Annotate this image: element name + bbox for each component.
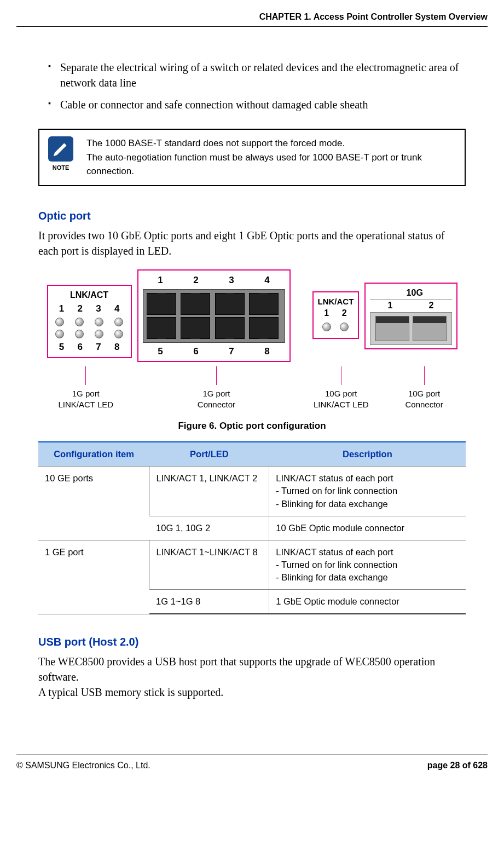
bullet-list: Separate the electrical wiring of a swit… <box>38 60 466 112</box>
callout-text: 1G port <box>134 388 300 399</box>
table-cell: LINK/ACT 1~LINK/ACT 8 <box>149 540 269 589</box>
port-num: 1 <box>388 300 393 312</box>
callout-text: Connector <box>383 399 466 410</box>
port-num: 8 <box>114 341 119 354</box>
callout-line-icon <box>424 366 425 385</box>
note-box: NOTE The 1000 BASE-T standard does not s… <box>38 129 466 186</box>
rj45-port-icon <box>147 293 176 315</box>
port-num: 2 <box>342 307 347 319</box>
rj45-port-icon <box>249 293 279 315</box>
body-paragraph: The WEC8500 provides a USB host port tha… <box>38 654 466 700</box>
table-cell: LINK/ACT status of each port - Turned on… <box>269 467 466 516</box>
desc-line: - Blinking for data exchange <box>276 498 459 510</box>
note-pencil-icon <box>48 136 73 162</box>
note-line: The auto-negotiation function must be al… <box>86 151 456 179</box>
copyright: © SAMSUNG Electronics Co., Ltd. <box>16 760 150 772</box>
led8-title: LNK/ACT <box>53 289 126 301</box>
figure-callouts: 1G port LINK/ACT LED 1G port Connector 1… <box>38 367 466 410</box>
callout-text: 1G port <box>38 388 134 399</box>
body-line: A typical USB memory stick is supported. <box>38 686 223 698</box>
desc-line: 10 GbE Optic module connector <box>276 522 459 534</box>
port-num: 2 <box>77 302 82 315</box>
led-indicator-icon <box>95 318 103 326</box>
callout-line-icon <box>85 366 86 385</box>
section-heading-optic: Optic port <box>38 208 466 223</box>
callout-text: LINK/ACT LED <box>38 399 134 410</box>
callout-line-icon <box>341 366 341 385</box>
rj45-port-icon <box>215 293 245 315</box>
led-indicator-icon <box>55 330 64 338</box>
section-heading-usb: USB port (Host 2.0) <box>38 634 466 649</box>
table-cell: LINK/ACT status of each port - Turned on… <box>269 540 466 589</box>
config-table: Configuration item Port/LED Description … <box>38 441 466 614</box>
port-num: 3 <box>229 274 234 287</box>
table-cell: LINK/ACT 1, LINK/ACT 2 <box>149 467 269 516</box>
port-num: 7 <box>96 341 101 354</box>
table-row: 10 GE ports LINK/ACT 1, LINK/ACT 2 LINK/… <box>38 467 466 516</box>
table-header: Configuration item <box>38 442 149 467</box>
port-num: 4 <box>114 302 119 315</box>
led-indicator-icon <box>340 323 349 331</box>
desc-line: 1 GbE Optic module connector <box>276 595 459 608</box>
port-num: 4 <box>264 274 269 287</box>
running-header: CHAPTER 1. Access Point Controller Syste… <box>16 11 488 27</box>
port-num: 3 <box>96 302 101 315</box>
label-10g: 10G <box>396 287 425 299</box>
led2-title: LNK/ACT <box>318 296 354 307</box>
page-number: page 28 of 628 <box>427 760 488 772</box>
sfp-port-icon <box>413 316 447 341</box>
desc-line: - Blinking for data exchange <box>276 571 459 584</box>
port-num: 2 <box>193 274 198 287</box>
port-num: 7 <box>229 345 234 358</box>
table-header: Description <box>269 442 466 467</box>
body-line: The WEC8500 provides a USB host port tha… <box>38 655 435 683</box>
callout-line-icon <box>216 366 217 385</box>
desc-line: - Turned on for link connection <box>276 559 459 571</box>
table-cell: 10 GbE Optic module connector <box>269 516 466 540</box>
desc-line: LINK/ACT status of each port <box>276 472 459 485</box>
rj45-port-icon <box>181 293 210 315</box>
note-text: The 1000 BASE-T standard does not suppor… <box>86 136 456 179</box>
panel-10g-connector: 10G 1 2 <box>364 283 457 349</box>
rj45-port-icon <box>181 317 210 339</box>
sfp-port-icon <box>375 316 409 341</box>
panel-1g-led: LNK/ACT 1 2 3 4 5 <box>47 285 132 358</box>
desc-line: - Turned on for link connection <box>276 485 459 497</box>
table-cell: 1G 1~1G 8 <box>149 590 269 614</box>
note-line: The 1000 BASE-T standard does not suppor… <box>86 136 456 151</box>
table-cell: 10G 1, 10G 2 <box>149 516 269 540</box>
led-indicator-icon <box>322 323 331 331</box>
body-paragraph: It provides two 10 GbE Optic ports and e… <box>38 228 466 258</box>
port-num: 1 <box>324 307 329 319</box>
list-item: Cable or connector and safe connection w… <box>38 97 466 112</box>
port-num: 8 <box>264 345 269 358</box>
page-footer: © SAMSUNG Electronics Co., Ltd. page 28 … <box>16 755 488 772</box>
table-cell: 10 GE ports <box>38 467 149 540</box>
table-header-row: Configuration item Port/LED Description <box>38 442 466 467</box>
rj45-port-icon <box>147 317 176 339</box>
desc-line: LINK/ACT status of each port <box>276 546 459 559</box>
port-num: 6 <box>77 341 82 354</box>
callout-text: 10G port <box>299 388 383 399</box>
list-item: Separate the electrical wiring of a swit… <box>38 60 466 90</box>
rj45-port-icon <box>249 317 279 339</box>
led-indicator-icon <box>75 318 84 326</box>
port-num: 5 <box>158 345 163 358</box>
port-num: 1 <box>59 302 64 315</box>
rj45-port-icon <box>215 317 245 339</box>
note-icon-wrap: NOTE <box>48 136 73 172</box>
table-header: Port/LED <box>149 442 269 467</box>
callout-text: LINK/ACT LED <box>299 399 383 410</box>
led-indicator-icon <box>75 330 84 338</box>
callout-text: Connector <box>134 399 300 410</box>
led-indicator-icon <box>95 330 103 338</box>
panel-10g-led: LNK/ACT 1 2 <box>312 291 359 339</box>
callout-text: 10G port <box>383 388 466 399</box>
port-num: 6 <box>193 345 198 358</box>
note-label: NOTE <box>53 164 69 172</box>
figure-optic-ports: LNK/ACT 1 2 3 4 5 <box>38 269 466 363</box>
figure-caption: Figure 6. Optic port configuration <box>38 419 466 433</box>
port-num: 1 <box>158 274 163 287</box>
port-num: 2 <box>429 300 434 312</box>
table-cell: 1 GbE Optic module connector <box>269 590 466 614</box>
